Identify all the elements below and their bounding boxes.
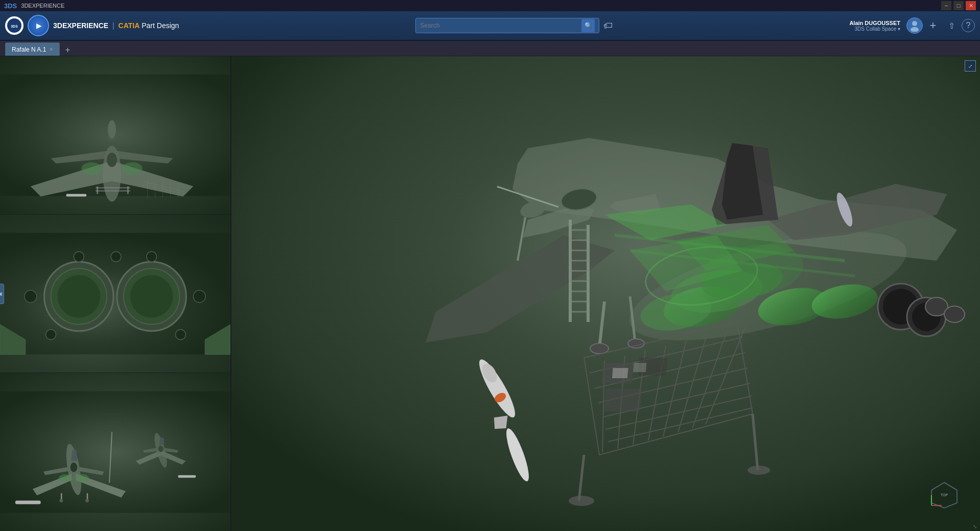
svg-text:3DS: 3DS	[11, 25, 18, 28]
svg-rect-71	[178, 475, 196, 478]
viewport-2: ◀	[0, 215, 230, 373]
svg-point-37	[74, 251, 84, 262]
expand-button[interactable]: ⤢	[965, 60, 976, 72]
svg-rect-66	[87, 493, 88, 500]
user-name: Alain DUGOUSSET	[849, 20, 900, 26]
search-box: 🔍	[415, 18, 599, 33]
main-viewport-scene	[231, 56, 980, 531]
svg-rect-148	[633, 363, 647, 372]
svg-point-142	[569, 496, 594, 506]
search-input[interactable]	[420, 22, 578, 29]
play-button[interactable]	[28, 15, 49, 36]
user-space[interactable]: 3DS Collab Space ▾	[855, 26, 901, 32]
svg-rect-17	[96, 188, 130, 189]
add-button[interactable]: +	[925, 17, 941, 34]
svg-point-67	[59, 499, 63, 502]
minimize-button[interactable]: −	[941, 1, 951, 10]
titlebar-title: 3DEXPERIENCE	[21, 3, 64, 9]
app-title: 3DEXPERIENCE | CATIA Part Design	[53, 21, 179, 30]
svg-point-11	[108, 120, 116, 138]
svg-point-3	[911, 27, 919, 32]
svg-point-36	[124, 268, 180, 325]
search-button[interactable]: 🔍	[581, 19, 595, 32]
svg-text:TOP: TOP	[941, 493, 948, 497]
user-area: Alain DUGOUSSET 3DS Collab Space ▾	[849, 20, 900, 32]
tab-rafale[interactable]: Rafale N A.1 ✕	[5, 42, 60, 56]
svg-point-42	[46, 330, 56, 340]
viewport-1	[0, 56, 230, 215]
main-content: ◀	[0, 56, 980, 531]
viewport-1-scene	[0, 56, 230, 214]
svg-point-68	[85, 499, 89, 502]
tab-close-icon[interactable]: ✕	[49, 47, 53, 52]
ds-logo: 3DS	[5, 16, 24, 35]
svg-point-81	[944, 306, 965, 322]
svg-point-32	[51, 268, 107, 325]
svg-point-64	[76, 474, 89, 482]
nav-cube[interactable]: TOP	[929, 480, 960, 511]
svg-rect-69	[15, 501, 41, 504]
titlebar: 3DS 3DEXPERIENCE − □ ✕	[0, 0, 980, 11]
maximize-button[interactable]: □	[953, 1, 964, 10]
svg-rect-65	[61, 493, 62, 500]
tab-label: Rafale N A.1	[12, 46, 46, 53]
main-viewport: TOP ⤢ ⤡	[231, 56, 980, 531]
close-button[interactable]: ✕	[966, 1, 976, 10]
brand-label: 3DEXPERIENCE	[53, 21, 108, 30]
svg-point-13	[81, 163, 102, 175]
titlebar-controls: − □ ✕	[941, 1, 976, 10]
add-tab-button[interactable]: +	[62, 44, 73, 56]
logo-area: 3DS 3DEXPERIENCE | CATIA Part Design	[5, 15, 179, 36]
svg-point-2	[912, 21, 917, 26]
viewport-3-scene	[0, 373, 230, 531]
tabbar: Rafale N A.1 ✕ +	[0, 41, 980, 56]
svg-point-43	[175, 330, 185, 340]
svg-point-38	[111, 251, 121, 262]
viewport-2-scene	[0, 215, 230, 373]
svg-point-41	[193, 290, 205, 303]
svg-point-14	[122, 163, 143, 175]
left-panel-collapse[interactable]: ◀	[0, 284, 4, 304]
svg-point-62	[71, 463, 78, 472]
viewport-3-bg	[0, 373, 230, 531]
viewport-1-bg	[0, 56, 230, 214]
viewport-3	[0, 373, 230, 531]
svg-rect-18	[96, 191, 130, 192]
svg-rect-146	[604, 388, 642, 411]
svg-point-117	[590, 343, 609, 354]
titlebar-left: 3DS 3DEXPERIENCE	[4, 2, 64, 10]
svg-marker-52	[159, 438, 165, 445]
svg-point-143	[748, 466, 770, 475]
resize-handle[interactable]: ⤡	[973, 524, 979, 530]
viewport-2-bg	[0, 215, 230, 373]
separator: |	[112, 21, 114, 30]
svg-point-55	[158, 446, 164, 452]
help-button[interactable]: ?	[962, 19, 975, 32]
main-toolbar: 3DS 3DEXPERIENCE | CATIA Part Design 🔍 🏷…	[0, 11, 980, 41]
search-area: 🔍 🏷	[184, 18, 844, 33]
catia-label: CATIA	[119, 21, 140, 30]
left-panel: ◀	[0, 56, 231, 531]
svg-point-12	[107, 153, 117, 167]
tag-icon[interactable]: 🏷	[603, 20, 613, 31]
svg-rect-147	[612, 368, 628, 378]
svg-point-40	[25, 290, 37, 303]
svg-rect-19	[66, 194, 86, 196]
svg-point-63	[59, 474, 72, 482]
app-icon: 3DS	[4, 2, 17, 10]
module-label: Part Design	[142, 21, 179, 30]
toolbar-right: Alain DUGOUSSET 3DS Collab Space ▾ + ⇧ ?	[849, 17, 975, 34]
user-avatar[interactable]	[906, 17, 923, 34]
share-button[interactable]: ⇧	[943, 17, 960, 34]
svg-point-39	[147, 251, 157, 262]
svg-marker-61	[71, 450, 77, 461]
